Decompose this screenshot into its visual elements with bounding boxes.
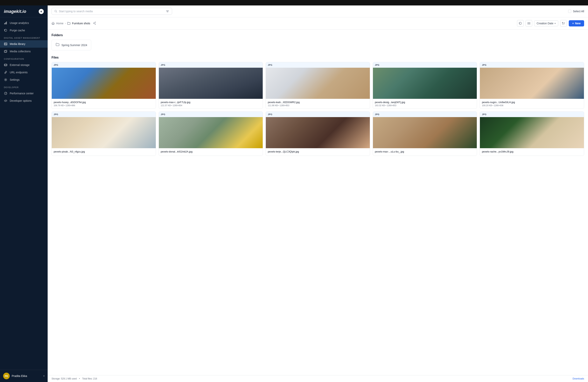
user-name: Pradita Ekka: [12, 374, 42, 378]
file-card[interactable]: JPG pexels-terje...QLC3QIpk.jpg: [266, 111, 370, 156]
svg-point-7: [4, 64, 7, 65]
file-info: pexels-leah...XEDGWR2.jpg 111.98 KB • 12…: [266, 99, 370, 108]
file-card[interactable]: JPG pexels-donal...kIG2nb2A.jpg: [159, 111, 263, 156]
file-thumbnail: [266, 68, 370, 99]
downloads-link[interactable]: Downloads: [573, 377, 584, 380]
total-files: Total files: 216: [82, 377, 97, 380]
avatar: PE: [3, 373, 10, 379]
sidebar-item-developer-options[interactable]: Developer options: [0, 97, 48, 105]
sort-dropdown[interactable]: Creation Date ▾: [534, 21, 558, 26]
toolbar-actions: Creation Date ▾ + New: [517, 20, 584, 27]
search-input-wrapper: [52, 8, 172, 15]
sidebar-item-media-collections[interactable]: Media collections: [0, 48, 48, 55]
svg-point-10: [5, 93, 6, 94]
files-grid: JPG pexels-husey...dGDOITet.jpg 106.79 K…: [52, 62, 584, 156]
sidebar-item-label: URL endpoints: [10, 71, 28, 74]
collection-icon: [4, 50, 7, 53]
folder-icon: [67, 22, 70, 25]
file-name: pexels-max-r...ijnF7Lfp.jpg: [161, 101, 261, 104]
new-btn-label: New: [575, 22, 581, 25]
file-thumbnail: [480, 68, 584, 99]
sidebar-item-performance-center[interactable]: Performance center: [0, 90, 48, 97]
sidebar-item-settings[interactable]: Settings: [0, 76, 48, 84]
sidebar: imagekit.io + Usage analytics: [0, 5, 48, 382]
file-thumbnail: [266, 117, 370, 148]
refresh-button[interactable]: [517, 20, 524, 27]
select-all-area[interactable]: Select All: [568, 10, 584, 13]
sidebar-item-label: Purge cache: [10, 29, 25, 32]
svg-point-20: [95, 22, 95, 22]
sidebar-nav: Usage analytics Purge cache DIGITAL ASSE…: [0, 17, 48, 370]
sort-label: Creation Date: [537, 22, 553, 25]
sidebar-item-url-endpoints[interactable]: URL endpoints: [0, 69, 48, 76]
svg-point-8: [5, 79, 6, 80]
file-card[interactable]: JPG pexels-max-...uLu-bu_.jpg: [373, 111, 477, 156]
user-profile[interactable]: PE Pradita Ekka ▾: [0, 370, 48, 382]
breadcrumb-current: Furniture shots: [72, 22, 90, 25]
file-type-badge: JPG: [159, 62, 263, 68]
file-card[interactable]: JPG pexels-max-r...ijnF7Lfp.jpg 121.57 K…: [159, 62, 263, 109]
code-icon: [4, 99, 7, 103]
section-developer: DEVELOPER: [0, 84, 48, 90]
breadcrumb-separator: ›: [65, 22, 66, 25]
file-meta: 106.79 KB • 1280×886: [54, 104, 154, 106]
svg-point-18: [167, 11, 168, 12]
svg-line-23: [94, 22, 95, 23]
file-card[interactable]: JPG pexels-pixab...N3_nfgzu.jpg: [52, 111, 156, 156]
file-type-badge: JPG: [480, 112, 584, 117]
share-icon[interactable]: [93, 21, 96, 25]
breadcrumb-home-label[interactable]: Home: [56, 22, 63, 25]
separator: •: [79, 377, 80, 380]
file-info: pexels-pixab...N3_nfgzu.jpg: [52, 148, 156, 156]
search-icon: [54, 10, 57, 13]
add-button[interactable]: +: [39, 9, 44, 14]
sidebar-item-label: Usage analytics: [10, 21, 29, 24]
sidebar-item-usage-analytics[interactable]: Usage analytics: [0, 19, 48, 27]
file-thumbnail: [373, 68, 477, 99]
svg-line-11: [5, 100, 6, 102]
sidebar-item-external-storage[interactable]: External storage: [0, 61, 48, 69]
sidebar-item-label: Settings: [10, 78, 20, 81]
main-content: Select All Home › Furniture: [48, 5, 588, 382]
sidebar-item-label: Media library: [10, 42, 25, 45]
file-type-badge: JPG: [52, 62, 156, 68]
gear-icon: [4, 78, 7, 82]
file-card[interactable]: JPG pexels-rache...yv1MrcJ9.jpg: [480, 111, 584, 156]
performance-icon: [4, 92, 7, 95]
file-card[interactable]: JPG pexels-husey...dGDOITet.jpg 106.79 K…: [52, 62, 156, 109]
file-meta: 163.32 KB • 1280×853: [375, 104, 475, 106]
storage-info: Storage: 529.1 MB used: [52, 377, 77, 380]
new-button[interactable]: + New: [569, 20, 584, 26]
folder-card[interactable]: Spring Summer 2024: [52, 40, 91, 50]
list-view-button[interactable]: [525, 20, 532, 27]
filter-icon[interactable]: [166, 10, 169, 13]
file-name: pexels-desig...iwojG6Tj.jpg: [375, 101, 475, 104]
search-input[interactable]: [59, 10, 165, 13]
sort-direction-button[interactable]: [560, 20, 567, 27]
file-name: pexels-donal...kIG2nb2A.jpg: [161, 150, 261, 153]
breadcrumb: Home › Furniture shots: [52, 21, 515, 25]
svg-point-17: [168, 10, 169, 11]
file-type-badge: JPG: [266, 112, 370, 117]
sidebar-item-media-library[interactable]: Media library: [0, 40, 48, 48]
select-all-checkbox[interactable]: [568, 10, 571, 13]
section-config: CONFIGURATION: [0, 55, 48, 61]
svg-line-24: [94, 23, 95, 24]
file-thumbnail: [373, 117, 477, 148]
image-icon: [4, 42, 7, 46]
file-card[interactable]: JPG pexels-nugro...Ux9wGILH.jpg 100.20 K…: [480, 62, 584, 109]
sidebar-item-purge-cache[interactable]: Purge cache: [0, 27, 48, 34]
file-type-badge: JPG: [373, 62, 477, 68]
file-info: pexels-max-r...ijnF7Lfp.jpg 121.57 KB • …: [159, 99, 263, 108]
folders-grid: Spring Summer 2024: [52, 40, 584, 50]
toolbar: Home › Furniture shots: [48, 17, 588, 30]
sidebar-item-label: Media collections: [10, 50, 31, 53]
file-card[interactable]: JPG pexels-desig...iwojG6Tj.jpg 163.32 K…: [373, 62, 477, 109]
files-section-title: Files: [52, 56, 584, 59]
file-info: pexels-husey...dGDOITet.jpg 106.79 KB • …: [52, 99, 156, 108]
section-dam: DIGITAL ASSET MANAGEMENT: [0, 34, 48, 40]
file-type-badge: JPG: [266, 62, 370, 68]
folder-name: Spring Summer 2024: [62, 43, 87, 47]
file-card[interactable]: JPG pexels-leah...XEDGWR2.jpg 111.98 KB …: [266, 62, 370, 109]
breadcrumb-home[interactable]: [52, 22, 55, 25]
